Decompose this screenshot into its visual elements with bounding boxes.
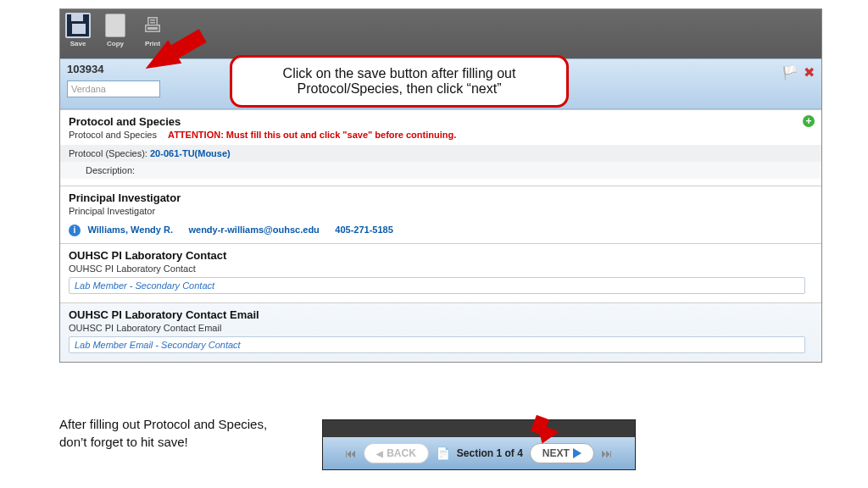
- delete-icon[interactable]: ✖: [804, 64, 815, 80]
- app-window: Save Copy 🖶 Print 103934 🏳️ ✖ Click on t…: [59, 8, 822, 363]
- pi-title: Principal Investigator: [69, 191, 813, 204]
- page-icon: 📄: [436, 446, 450, 460]
- print-button[interactable]: 🖶 Print: [140, 13, 165, 47]
- nav-bar: ⏮ ◀ BACK 📄 Section 1 of 4 NEXT ⏭: [323, 437, 635, 469]
- proto-value-link[interactable]: 20-061-TU(Mouse): [150, 148, 231, 158]
- lab-contact-email-input[interactable]: [69, 336, 805, 353]
- lab-contact-input[interactable]: [69, 277, 805, 294]
- save-label: Save: [70, 40, 86, 47]
- pi-name-link[interactable]: Williams, Wendy R.: [87, 225, 173, 235]
- instruction-callout: Click on the save button after filling o…: [230, 55, 569, 108]
- ps-title: Protocol and Species: [69, 115, 813, 128]
- caption: After filling out Protocol and Species, …: [59, 415, 280, 451]
- add-icon[interactable]: +: [803, 115, 815, 127]
- pi-sub: Principal Investigator: [69, 206, 813, 216]
- first-button[interactable]: ⏮: [345, 446, 357, 460]
- description-row: Description:: [60, 162, 821, 179]
- section-protocol-species: + Protocol and Species Protocol and Spec…: [60, 109, 821, 186]
- next-label: NEXT: [542, 447, 570, 459]
- protocol-row: Protocol (Species): 20-061-TU(Mouse): [60, 145, 821, 162]
- info-icon[interactable]: i: [69, 225, 81, 236]
- section-lab-contact-email: OUHSC PI Laboratory Contact Email OUHSC …: [60, 302, 821, 362]
- last-button[interactable]: ⏭: [601, 446, 613, 460]
- labe-title: OUHSC PI Laboratory Contact Email: [69, 308, 813, 321]
- labc-title: OUHSC PI Laboratory Contact: [69, 249, 813, 262]
- pi-phone-link[interactable]: 405-271-5185: [335, 225, 393, 235]
- pi-record-row: i Williams, Wendy R. wendy-r-williams@ou…: [69, 221, 813, 236]
- bottom-nav: ⏮ ◀ BACK 📄 Section 1 of 4 NEXT ⏭: [322, 419, 636, 470]
- copy-label: Copy: [107, 40, 124, 47]
- ps-sub-text: Protocol and Species: [69, 130, 157, 140]
- callout-line2: Protocol/Species, then click “next”: [246, 81, 553, 97]
- save-button[interactable]: Save: [65, 13, 91, 47]
- ps-sub: Protocol and Species ATTENTION: Must fil…: [69, 130, 813, 140]
- save-icon: [65, 13, 91, 38]
- copy-icon: [103, 13, 128, 38]
- labe-sub: OUHSC PI Laboratory Contact Email: [69, 323, 813, 333]
- pi-email-link[interactable]: wendy-r-williams@ouhsc.edu: [188, 225, 319, 235]
- section-pi: Principal Investigator Principal Investi…: [60, 186, 821, 243]
- print-icon: 🖶: [140, 13, 165, 38]
- header-right-icons: 🏳️ ✖: [782, 64, 815, 80]
- next-button[interactable]: NEXT: [530, 443, 594, 463]
- desc-label: Description:: [86, 165, 135, 175]
- font-select[interactable]: [67, 80, 160, 97]
- next-arrow-icon: [573, 448, 581, 458]
- labc-sub: OUHSC PI Laboratory Contact: [69, 263, 813, 274]
- back-button[interactable]: ◀ BACK: [364, 443, 429, 463]
- callout-line1: Click on the save button after filling o…: [246, 66, 553, 81]
- back-label: BACK: [387, 447, 416, 459]
- copy-button[interactable]: Copy: [103, 13, 128, 47]
- section-indicator: Section 1 of 4: [457, 447, 523, 459]
- ps-attention: ATTENTION: Must fill this out and click …: [168, 130, 456, 140]
- section-lab-contact: OUHSC PI Laboratory Contact OUHSC PI Lab…: [60, 243, 821, 302]
- proto-label: Protocol (Species):: [69, 148, 147, 158]
- flag-icon[interactable]: 🏳️: [782, 64, 798, 80]
